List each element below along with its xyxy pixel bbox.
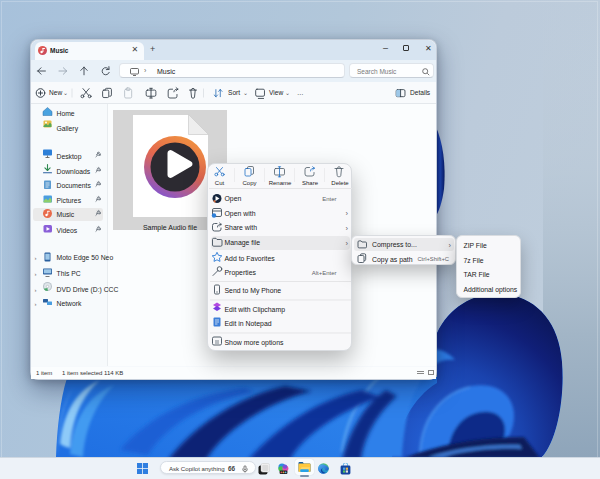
svg-text:Manage file: Manage file — [225, 239, 261, 247]
svg-text:›: › — [346, 224, 349, 233]
svg-text:7z File: 7z File — [464, 257, 484, 264]
svg-text:Network: Network — [57, 300, 83, 307]
svg-text:Alt+Enter: Alt+Enter — [312, 270, 337, 276]
svg-text:›: › — [346, 209, 349, 218]
svg-text:Delete: Delete — [331, 180, 349, 186]
svg-text:Open: Open — [225, 195, 242, 203]
svg-text:Cut: Cut — [215, 180, 225, 186]
svg-text:Pictures: Pictures — [57, 197, 82, 204]
svg-text:⌄: ⌄ — [243, 90, 248, 96]
svg-text:Edit with Clipchamp: Edit with Clipchamp — [225, 306, 286, 314]
svg-text:Add to Favorites: Add to Favorites — [225, 255, 276, 262]
svg-text:Desktop: Desktop — [57, 153, 82, 161]
svg-text:›: › — [35, 255, 37, 261]
svg-text:New: New — [49, 89, 62, 96]
svg-text:›: › — [35, 301, 37, 307]
svg-text:TAR File: TAR File — [464, 271, 490, 278]
svg-text:›: › — [35, 287, 37, 293]
svg-text:This PC: This PC — [57, 270, 81, 277]
svg-text:Music: Music — [57, 211, 75, 218]
svg-text:Details: Details — [410, 89, 431, 96]
svg-text:›: › — [449, 241, 452, 250]
svg-text:DVD Drive (D:) CCC: DVD Drive (D:) CCC — [57, 286, 119, 294]
svg-text:Enter: Enter — [322, 196, 336, 202]
svg-text:›: › — [35, 271, 37, 277]
svg-text:Send to My Phone: Send to My Phone — [225, 287, 282, 295]
svg-text:Additional options: Additional options — [464, 286, 518, 294]
svg-text:Share with: Share with — [225, 224, 258, 231]
svg-text:⌄: ⌄ — [285, 90, 290, 96]
svg-text:Rename: Rename — [269, 180, 292, 186]
svg-text:›: › — [346, 239, 349, 248]
svg-text:Open with: Open with — [225, 210, 256, 218]
svg-text:Compress to...: Compress to... — [372, 241, 417, 249]
svg-text:Copy: Copy — [242, 180, 256, 186]
svg-text:⌄: ⌄ — [63, 90, 68, 96]
svg-text:Edit in Notepad: Edit in Notepad — [225, 320, 272, 328]
svg-text:Sort: Sort — [228, 89, 240, 96]
svg-text:View: View — [269, 89, 283, 96]
svg-text:Home: Home — [57, 110, 75, 117]
svg-text:Properties: Properties — [225, 269, 257, 277]
svg-text:Copy as path: Copy as path — [372, 256, 413, 264]
svg-text:Downloads: Downloads — [57, 168, 91, 175]
svg-text:Moto Edge 50 Neo: Moto Edge 50 Neo — [57, 254, 114, 262]
svg-text:Videos: Videos — [57, 227, 78, 234]
svg-text:Documents: Documents — [57, 182, 92, 189]
svg-text:Show more options: Show more options — [225, 339, 285, 347]
svg-text:…: … — [297, 89, 304, 96]
svg-text:Share: Share — [302, 180, 319, 186]
svg-text:ZIP File: ZIP File — [464, 242, 488, 249]
svg-text:Gallery: Gallery — [57, 125, 79, 133]
svg-text:Ctrl+Shift+C: Ctrl+Shift+C — [417, 256, 449, 262]
